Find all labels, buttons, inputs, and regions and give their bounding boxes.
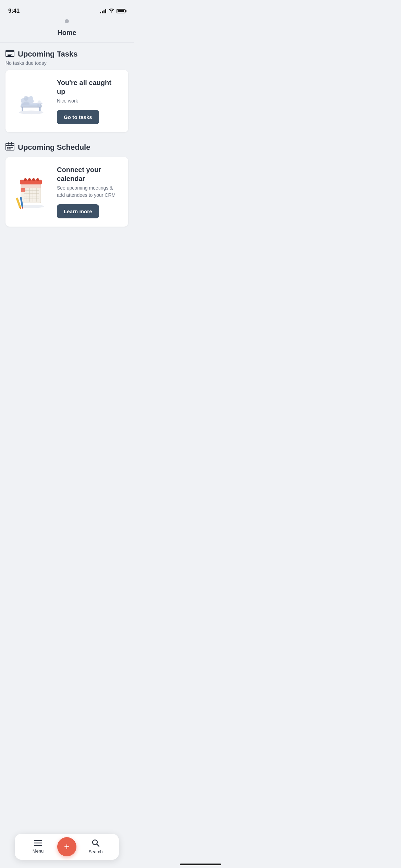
svg-rect-22 [7,148,9,149]
status-time: 9:41 [8,8,20,14]
schedule-title: Upcoming Schedule [18,143,90,152]
page-title-bar: Home [0,26,134,42]
tasks-card-title: You're all caught up [57,78,121,96]
schedule-card-description: See upcoming meetings & add attendees to… [57,184,121,199]
tasks-card-subtitle: Nice work [57,97,121,105]
learn-more-button[interactable]: Learn more [57,204,99,218]
schedule-card-title: Connect your calendar [57,165,121,183]
svg-rect-23 [9,148,11,149]
svg-rect-40 [21,188,25,192]
svg-rect-12 [40,104,41,108]
svg-point-28 [28,178,31,181]
tasks-card-text: You're all caught up Nice work Go to tas… [57,78,121,124]
page-title: Home [58,29,76,36]
tasks-subtitle: No tasks due today [5,60,128,66]
tasks-icon [5,49,14,59]
status-icons [100,8,125,14]
schedule-card-text: Connect your calendar See upcoming meeti… [57,165,121,218]
svg-rect-6 [22,107,23,111]
battery-icon [117,9,125,13]
wifi-icon [108,8,114,14]
svg-rect-7 [39,107,40,111]
svg-point-14 [24,96,28,101]
svg-rect-1 [6,50,14,52]
svg-rect-21 [11,147,13,148]
tasks-title: Upcoming Tasks [18,50,77,59]
svg-point-27 [24,178,27,181]
camera-dot [65,19,69,23]
svg-rect-31 [21,183,41,188]
signal-icon [100,9,106,13]
tasks-section-header: Upcoming Tasks [5,49,128,59]
tasks-card: You're all caught up Nice work Go to tas… [5,70,128,132]
go-to-tasks-button[interactable]: Go to tasks [57,110,99,124]
tasks-illustration [12,87,50,115]
svg-point-30 [36,178,39,181]
camera-area [0,19,134,26]
calendar-illustration [12,175,50,209]
svg-point-29 [32,178,35,181]
schedule-section-header: Upcoming Schedule [5,142,128,153]
svg-rect-20 [9,147,11,148]
main-content: Upcoming Tasks No tasks due today [0,43,134,277]
svg-rect-13 [38,100,40,103]
svg-rect-19 [7,147,9,148]
schedule-icon [5,142,14,153]
schedule-card: Connect your calendar See upcoming meeti… [5,157,128,227]
svg-rect-11 [38,104,39,108]
status-bar: 9:41 [0,0,134,19]
